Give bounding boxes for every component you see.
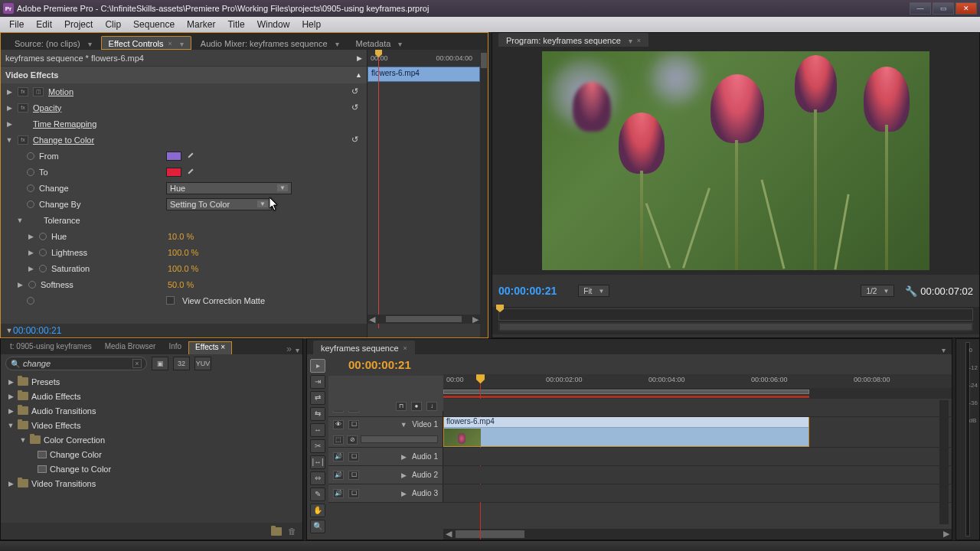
ec-clip-bar[interactable]: flowers-6.mp4 bbox=[368, 67, 480, 82]
change-by-dropdown[interactable]: Setting To Color▼ bbox=[166, 198, 272, 210]
section-toggle-icon[interactable]: ▲ bbox=[355, 71, 362, 79]
fx-badge-icon[interactable]: fx bbox=[18, 135, 28, 145]
effect-change-to-color-row[interactable]: ▼ fx Change to Color ↺ bbox=[1, 132, 367, 148]
disclosure-triangle-icon[interactable]: ▶ bbox=[400, 471, 407, 479]
tab-close-icon[interactable]: × bbox=[637, 37, 641, 44]
32bit-filter-button[interactable]: 32 bbox=[173, 357, 190, 370]
toggle-sync-lock-icon[interactable]: ☐ bbox=[348, 420, 359, 429]
window-maximize-button[interactable]: ▭ bbox=[933, 2, 954, 15]
tab-media-browser[interactable]: Media Browser bbox=[99, 341, 162, 354]
window-close-button[interactable]: ✕ bbox=[956, 2, 977, 15]
hand-tool[interactable]: ✋ bbox=[310, 504, 325, 517]
change-dropdown[interactable]: Hue▼ bbox=[166, 182, 292, 194]
transform-icon[interactable]: ◫ bbox=[33, 87, 44, 96]
track-body[interactable] bbox=[443, 466, 952, 484]
disclosure-triangle-icon[interactable]: ▼ bbox=[400, 421, 407, 429]
timeline-ruler[interactable]: 00:00 00:00:02:00 00:00:04:00 00:00:06:0… bbox=[443, 374, 952, 388]
timeline-workarea[interactable] bbox=[443, 388, 952, 399]
effects-search-box[interactable]: 🔍 × bbox=[5, 357, 147, 370]
tab-menu-icon[interactable]: ▾ bbox=[398, 40, 402, 48]
disclosure-triangle-icon[interactable]: ▶ bbox=[5, 88, 13, 96]
reset-button[interactable]: ↺ bbox=[351, 86, 362, 97]
track-select-tool[interactable]: ⇥ bbox=[310, 375, 325, 389]
tab-info[interactable]: Info bbox=[162, 341, 188, 354]
stopwatch-icon[interactable] bbox=[28, 281, 36, 289]
zoom-tool[interactable]: 🔍 bbox=[310, 520, 325, 533]
tab-close-icon[interactable]: × bbox=[168, 40, 172, 47]
rolling-edit-tool[interactable]: ⇆ bbox=[310, 407, 325, 421]
track-body[interactable] bbox=[443, 448, 952, 465]
disclosure-triangle-icon[interactable]: ▼ bbox=[5, 136, 13, 144]
stopwatch-icon[interactable] bbox=[27, 297, 34, 305]
settings-button[interactable]: ↓ bbox=[426, 402, 437, 411]
ec-hscrollbar[interactable]: ◀▶ bbox=[368, 315, 480, 324]
ec-timecode[interactable]: 00:00:00:21 bbox=[13, 325, 61, 336]
marker-button[interactable]: ● bbox=[411, 402, 422, 411]
disclosure-triangle-icon[interactable]: ▶ bbox=[5, 120, 13, 128]
tree-presets[interactable]: ▶Presets bbox=[1, 374, 302, 389]
menu-clip[interactable]: Clip bbox=[99, 18, 127, 31]
hue-value[interactable]: 10.0 % bbox=[168, 232, 194, 241]
disclosure-triangle-icon[interactable]: ▶ bbox=[400, 453, 407, 461]
delete-button[interactable]: 🗑 bbox=[288, 527, 296, 536]
mute-button[interactable]: 🔊 bbox=[333, 489, 344, 498]
program-time-ruler[interactable] bbox=[498, 308, 973, 321]
menu-project[interactable]: Project bbox=[58, 18, 99, 31]
disclosure-triangle-icon[interactable]: ▶ bbox=[27, 233, 34, 240]
lightness-value[interactable]: 100.0 % bbox=[168, 248, 198, 257]
stopwatch-icon[interactable] bbox=[39, 249, 47, 256]
track-lock-icon[interactable]: ⬚ bbox=[333, 435, 344, 445]
menu-title[interactable]: Title bbox=[221, 18, 250, 31]
tab-metadata[interactable]: Metadata▾ bbox=[348, 36, 410, 50]
solo-button[interactable]: ☐ bbox=[348, 489, 359, 498]
snap-button[interactable]: ⊓ bbox=[396, 402, 407, 411]
yuv-filter-button[interactable]: YUV bbox=[194, 357, 211, 370]
tab-project[interactable]: t: 0905-using keyframes bbox=[4, 341, 98, 354]
new-bin-button[interactable] bbox=[271, 527, 282, 536]
effect-time-remapping-row[interactable]: ▶ Time Remapping bbox=[1, 116, 367, 132]
softness-value[interactable]: 50.0 % bbox=[168, 280, 194, 289]
tab-close-icon[interactable]: × bbox=[220, 343, 225, 351]
tab-close-icon[interactable]: × bbox=[403, 344, 407, 352]
timeline-vscrollbar[interactable] bbox=[939, 400, 949, 524]
tree-video-effects[interactable]: ▼Video Effects bbox=[1, 418, 302, 432]
ec-playhead[interactable] bbox=[378, 50, 379, 328]
stopwatch-icon[interactable] bbox=[27, 184, 34, 192]
razor-tool[interactable]: ✂ bbox=[310, 439, 325, 453]
tab-menu-icon[interactable]: ▾ bbox=[180, 40, 184, 48]
fx-badge-icon[interactable]: fx bbox=[18, 103, 28, 112]
effect-motion-row[interactable]: ▶ fx ◫ Motion ↺ bbox=[1, 83, 367, 99]
wrench-icon[interactable]: 🔧 bbox=[905, 285, 917, 297]
timeline-timecode[interactable]: 00:00:00:21 bbox=[348, 358, 411, 371]
effect-opacity-row[interactable]: ▶ fx Opacity ↺ bbox=[1, 99, 367, 116]
panel-menu-icon[interactable]: ▾ bbox=[942, 346, 946, 354]
stopwatch-icon[interactable] bbox=[39, 265, 47, 272]
solo-button[interactable]: ☐ bbox=[348, 471, 359, 480]
tree-change-to-color[interactable]: Change to Color bbox=[1, 461, 302, 476]
window-minimize-button[interactable]: — bbox=[910, 2, 931, 15]
program-zoom-scrollbar[interactable] bbox=[498, 322, 973, 331]
tree-color-correction[interactable]: ▼Color Correction bbox=[1, 432, 302, 447]
disclosure-triangle-icon[interactable]: ▶ bbox=[27, 265, 34, 272]
tab-source[interactable]: Source: (no clips)▾ bbox=[7, 36, 100, 50]
resolution-dropdown[interactable]: 1/2▼ bbox=[861, 285, 894, 297]
tab-menu-icon[interactable]: ▾ bbox=[629, 37, 632, 45]
disclosure-triangle-icon[interactable]: ▶ bbox=[27, 249, 34, 256]
stopwatch-icon[interactable] bbox=[27, 201, 34, 208]
menu-marker[interactable]: Marker bbox=[181, 18, 221, 31]
tab-menu-icon[interactable]: ▾ bbox=[88, 40, 92, 48]
mute-button[interactable]: 🔊 bbox=[333, 452, 344, 461]
fx-badge-icon[interactable]: fx bbox=[18, 87, 28, 96]
track-target-icon[interactable]: ⊘ bbox=[347, 435, 358, 445]
from-color-swatch[interactable] bbox=[166, 152, 181, 161]
stopwatch-icon[interactable] bbox=[39, 233, 47, 240]
timeline-clip[interactable]: flowers-6.mp4 bbox=[443, 417, 809, 447]
pen-tool[interactable]: ✎ bbox=[310, 487, 325, 501]
menu-file[interactable]: File bbox=[3, 18, 30, 31]
solo-button[interactable]: ☐ bbox=[348, 452, 359, 461]
tab-menu-icon[interactable]: ▾ bbox=[335, 40, 339, 48]
tree-change-color[interactable]: Change Color bbox=[1, 447, 302, 461]
eyedropper-icon[interactable] bbox=[186, 168, 195, 177]
disclosure-triangle-icon[interactable]: ▼ bbox=[5, 327, 13, 334]
menu-sequence[interactable]: Sequence bbox=[127, 18, 181, 31]
